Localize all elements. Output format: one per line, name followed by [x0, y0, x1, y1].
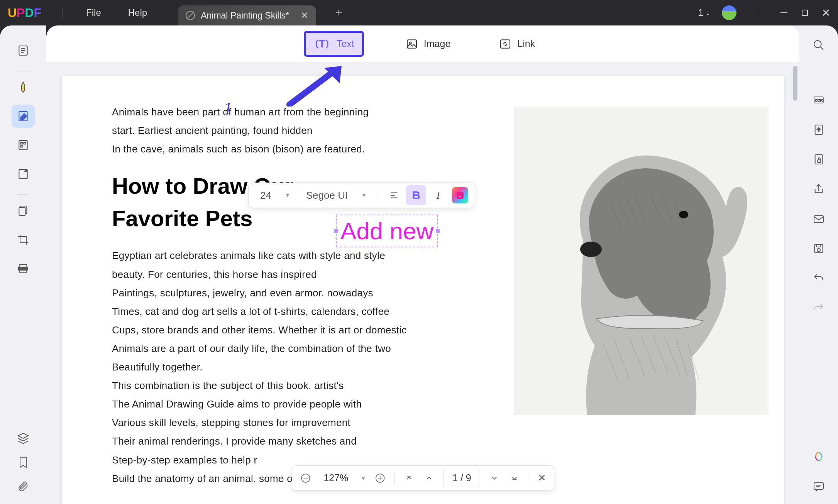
- last-page-button[interactable]: [509, 472, 520, 484]
- svg-rect-25: [814, 216, 823, 222]
- page-number-display[interactable]: 1 / 9: [444, 469, 480, 487]
- svg-rect-3: [20, 142, 22, 144]
- svg-point-16: [580, 242, 602, 257]
- zoom-in-button[interactable]: [374, 472, 386, 484]
- crop-button[interactable]: [12, 228, 35, 251]
- zoom-dropdown[interactable]: ▼: [361, 475, 366, 481]
- app-logo: UPDF: [8, 6, 41, 20]
- bold-button[interactable]: B: [406, 185, 426, 205]
- font-size-dropdown[interactable]: 24 ▼: [253, 186, 297, 205]
- reader-mode-button[interactable]: [12, 39, 35, 62]
- first-page-button[interactable]: [403, 472, 415, 484]
- new-tab-button[interactable]: +: [335, 6, 342, 19]
- convert-icon[interactable]: [813, 123, 825, 136]
- svg-point-19: [814, 41, 821, 48]
- document-viewport: ⟮T⟯ Text Image Link 1 Animals have been …: [46, 25, 799, 504]
- add-text-button[interactable]: ⟮T⟯ Text: [304, 31, 364, 57]
- svg-point-28: [817, 249, 820, 252]
- annotate-button[interactable]: [12, 76, 35, 99]
- add-link-button[interactable]: Link: [492, 35, 542, 53]
- document-tab[interactable]: Animal Painting Skills* ✕: [178, 5, 316, 25]
- svg-rect-27: [817, 244, 821, 247]
- tab-title: Animal Painting Skills*: [201, 10, 289, 21]
- add-image-button[interactable]: Image: [399, 35, 457, 53]
- svg-rect-11: [407, 40, 416, 48]
- link-icon: [499, 38, 511, 50]
- text-box-content[interactable]: Add new: [340, 217, 433, 245]
- next-page-button[interactable]: [489, 472, 500, 484]
- italic-button[interactable]: I: [428, 185, 448, 205]
- prev-page-button[interactable]: [423, 472, 435, 484]
- font-family-dropdown[interactable]: Segoe UI ▼: [299, 186, 374, 205]
- redo-icon[interactable]: [813, 302, 825, 314]
- svg-rect-29: [814, 483, 823, 489]
- menu-file[interactable]: File: [86, 7, 101, 18]
- scrollbar-thumb[interactable]: [793, 66, 797, 101]
- email-icon[interactable]: [813, 213, 825, 225]
- layers-icon[interactable]: [17, 432, 29, 445]
- align-button[interactable]: [384, 185, 404, 205]
- left-sidebar: [0, 25, 46, 504]
- edit-toolbar: ⟮T⟯ Text Image Link: [46, 25, 799, 62]
- attachment-icon[interactable]: [17, 480, 29, 492]
- pages-button[interactable]: [12, 199, 35, 222]
- text-color-button[interactable]: ⌄: [450, 185, 470, 205]
- search-icon[interactable]: [813, 39, 825, 51]
- editable-text-box[interactable]: Add new: [336, 215, 438, 247]
- window-close-button[interactable]: ✕: [821, 8, 830, 17]
- ocr-icon[interactable]: OCR: [813, 94, 825, 106]
- tab-count[interactable]: 1 ⌄: [698, 7, 710, 18]
- save-icon[interactable]: [813, 242, 825, 255]
- window-maximize-button[interactable]: [800, 8, 809, 17]
- svg-rect-8: [19, 208, 25, 215]
- titlebar: UPDF File Help Animal Painting Skills* ✕…: [0, 0, 838, 25]
- undo-icon[interactable]: [813, 272, 825, 284]
- right-sidebar: OCR: [799, 25, 838, 504]
- svg-point-15: [679, 211, 688, 218]
- annotation-arrow: [282, 62, 349, 107]
- form-button[interactable]: [12, 162, 35, 186]
- edit-button[interactable]: [12, 105, 35, 128]
- organize-button[interactable]: [12, 134, 35, 157]
- menu-help[interactable]: Help: [128, 7, 147, 18]
- ai-icon[interactable]: [813, 450, 825, 463]
- svg-rect-10: [19, 267, 28, 270]
- main-workspace: ⟮T⟯ Text Image Link 1 Animals have been …: [0, 25, 838, 504]
- resize-handle-right[interactable]: [436, 229, 440, 233]
- svg-rect-2: [19, 140, 27, 150]
- comment-icon[interactable]: [813, 480, 825, 492]
- page-navigation-bar: 127% ▼ 1 / 9 ✕: [291, 465, 554, 490]
- dog-sketch-image: [514, 107, 769, 415]
- zoom-level: 127%: [320, 472, 352, 484]
- share-icon[interactable]: [813, 183, 825, 195]
- bookmark-icon[interactable]: [17, 456, 29, 468]
- svg-rect-5: [20, 145, 22, 147]
- tab-close-button[interactable]: ✕: [301, 10, 308, 21]
- redact-button[interactable]: [12, 257, 35, 280]
- page-number-marker: 1: [224, 99, 232, 117]
- user-avatar[interactable]: [722, 5, 736, 20]
- nav-close-button[interactable]: ✕: [538, 472, 546, 484]
- protect-icon[interactable]: [813, 153, 825, 166]
- resize-handle-left[interactable]: [334, 229, 338, 233]
- text-format-toolbar: 24 ▼ Segoe UI ▼ B I ⌄: [248, 183, 475, 208]
- text-icon: ⟮T⟯: [313, 37, 331, 50]
- svg-text:OCR: OCR: [815, 98, 823, 102]
- svg-rect-24: [818, 160, 821, 162]
- image-icon: [406, 38, 418, 50]
- svg-rect-4: [24, 142, 25, 144]
- tab-file-icon: [186, 11, 195, 20]
- pdf-page[interactable]: 1 Animals have been part of human art fr…: [62, 76, 784, 504]
- window-minimize-button[interactable]: [779, 8, 789, 17]
- zoom-out-button[interactable]: [300, 472, 311, 484]
